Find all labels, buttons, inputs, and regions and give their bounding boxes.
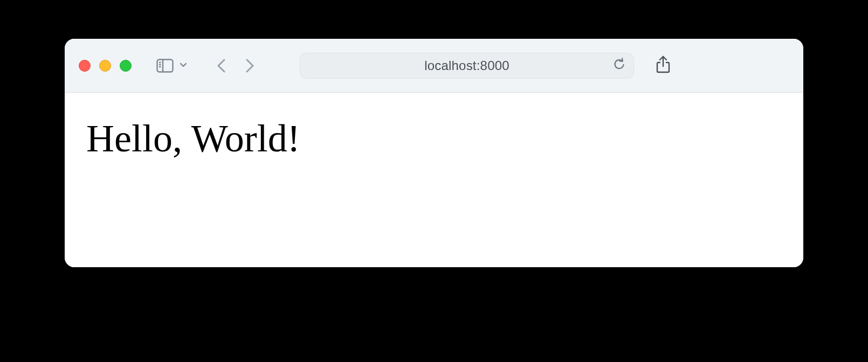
svg-rect-0 bbox=[157, 59, 173, 72]
chevron-down-icon bbox=[179, 60, 188, 71]
close-window-button[interactable] bbox=[79, 60, 91, 72]
back-button[interactable] bbox=[216, 58, 228, 74]
browser-toolbar: localhost:8000 bbox=[65, 39, 803, 93]
share-button[interactable] bbox=[656, 55, 671, 76]
forward-button[interactable] bbox=[244, 58, 256, 74]
page-heading: Hello, World! bbox=[86, 116, 782, 161]
address-text: localhost:8000 bbox=[424, 58, 509, 73]
sidebar-toggle-button[interactable] bbox=[156, 59, 188, 73]
window-controls bbox=[79, 60, 132, 72]
minimize-window-button[interactable] bbox=[99, 60, 111, 72]
reload-icon[interactable] bbox=[613, 57, 626, 74]
sidebar-icon bbox=[156, 59, 174, 73]
page-content: Hello, World! bbox=[65, 93, 803, 267]
navigation-buttons bbox=[216, 58, 256, 74]
browser-window: localhost:8000 Hello, World! bbox=[65, 39, 803, 267]
maximize-window-button[interactable] bbox=[120, 60, 132, 72]
address-bar[interactable]: localhost:8000 bbox=[300, 53, 634, 79]
